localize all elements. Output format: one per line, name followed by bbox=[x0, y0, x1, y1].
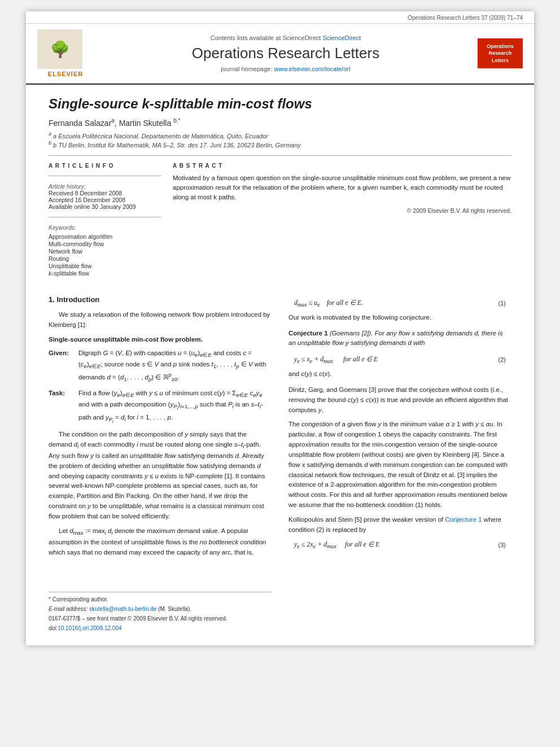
footnotes: * Corresponding author. E-mail address: … bbox=[49, 592, 272, 632]
page: Operations Research Letters 37 (2009) 71… bbox=[26, 11, 534, 645]
orl-logo-box: Operations Research Letters bbox=[478, 38, 523, 69]
equation-2-block: ye ≤ xe + dmax for all e ∈ E (2) bbox=[288, 354, 511, 366]
and-cy-text: and c(y) ≤ c(x). bbox=[288, 369, 511, 379]
body-section: 1. Introduction We study a relaxation of… bbox=[26, 289, 534, 645]
footnote-star: * Corresponding author. bbox=[49, 596, 272, 604]
divider-1 bbox=[49, 155, 511, 156]
abstract-title: A B S T R A C T bbox=[173, 163, 511, 169]
left-column: 1. Introduction We study a relaxation of… bbox=[49, 294, 272, 634]
given-content: Digraph G = (V, E) with capacities u = (… bbox=[78, 348, 272, 384]
elsevier-tree-icon: 🌳 bbox=[37, 29, 82, 69]
footnote-doi: doi:10.1016/j.orl.2008.12.004 bbox=[49, 624, 272, 632]
eq2-formula: ye ≤ xe + dmax for all e ∈ E bbox=[294, 354, 378, 366]
elsevier-brand-label: ELSEVIER bbox=[37, 71, 94, 77]
footnote-issn: 0167-6377/$ – see front matter © 2009 El… bbox=[49, 615, 272, 623]
congestion-para: The congestion of a given flow y is the … bbox=[288, 420, 511, 510]
given-label: Given: bbox=[49, 348, 74, 384]
affiliations: a a Escuela Politécnica Nacional, Depart… bbox=[49, 131, 511, 148]
authors: Fernanda Salazara, Martin Skutella b,* bbox=[49, 117, 511, 128]
motivated-para: Our work is motivated by the following c… bbox=[288, 313, 511, 323]
journal-ref: Operations Research Letters 37 (2009) 71… bbox=[26, 11, 534, 23]
conjecture-text: Conjecture 1 (Goemans [2]). For any flow… bbox=[288, 329, 511, 349]
article-info-title: A R T I C L E I N F O bbox=[49, 163, 161, 169]
footnote-email: E-mail address: skutella@math.tu-berlin.… bbox=[49, 605, 272, 613]
kolliopoulos-para: Kolliopoulos and Stein [5] prove the wea… bbox=[288, 515, 511, 535]
available-date: Available online 30 January 2009 bbox=[49, 203, 161, 210]
dinitz-para: Dinitz, Garg, and Goemans [3] prove that… bbox=[288, 385, 511, 415]
eq1-number: (1) bbox=[498, 299, 506, 308]
equation-3-block: ye ≤ 2xe + dmax for all e ∈ E (3) bbox=[288, 539, 511, 551]
sciencedirect-link[interactable]: ScienceDirect bbox=[322, 34, 361, 41]
journal-banner: 🌳 ELSEVIER Contents lists available at S… bbox=[26, 23, 534, 84]
keyword-2: Multi-commodity flow bbox=[49, 241, 161, 247]
orl-logo: Operations Research Letters bbox=[478, 38, 523, 69]
journal-center: Contents lists available at ScienceDirec… bbox=[105, 34, 466, 72]
received-date: Received 8 December 2008 bbox=[49, 190, 161, 196]
eq1-formula: dmax ≤ ue for all e ∈ E. bbox=[294, 298, 363, 309]
affiliation-a: a a Escuela Politécnica Nacional, Depart… bbox=[49, 131, 511, 139]
eq2-number: (2) bbox=[498, 355, 506, 365]
conjecture-1-block: Conjecture 1 (Goemans [2]). For any flow… bbox=[288, 327, 511, 350]
affiliation-b: b b TU Berlin, Institut für Mathematik, … bbox=[49, 140, 511, 148]
copyright: © 2009 Elsevier B.V. All rights reserved… bbox=[173, 207, 511, 214]
intro-para1: We study a relaxation of the following n… bbox=[49, 310, 272, 330]
journal-title: Operations Research Letters bbox=[105, 45, 466, 62]
problem-heading: Single-source unsplittable min-cost flow… bbox=[49, 335, 272, 345]
body-para2: The condition on the path decomposition … bbox=[49, 430, 272, 522]
keywords-label: Keywords: bbox=[49, 224, 161, 231]
article-title: Single-source k-splittable min-cost flow… bbox=[49, 96, 511, 112]
keyword-3: Network flow bbox=[49, 248, 161, 255]
article-info-abstract: A R T I C L E I N F O Article history: R… bbox=[49, 163, 511, 277]
history-label: Article history: bbox=[49, 183, 161, 190]
keyword-6: k-splittable flow bbox=[49, 270, 161, 277]
body-para3: Let dmax := maxi di denote the maximum d… bbox=[49, 526, 272, 558]
article-info-panel: A R T I C L E I N F O Article history: R… bbox=[49, 163, 161, 277]
divider-info bbox=[49, 176, 161, 176]
abstract-text: Motivated by a famous open question on t… bbox=[173, 173, 511, 203]
keywords-list: Approximation algorithm Multi-commodity … bbox=[49, 233, 161, 277]
abstract-section: A B S T R A C T Motivated by a famous op… bbox=[173, 163, 511, 277]
accepted-date: Accepted 16 December 2008 bbox=[49, 196, 161, 203]
eq3-formula: ye ≤ 2xe + dmax for all e ∈ E bbox=[294, 539, 379, 551]
right-column: dmax ≤ ue for all e ∈ E. (1) Our work is… bbox=[288, 294, 511, 634]
task-label: Task: bbox=[49, 388, 74, 425]
journal-header: Operations Research Letters 37 (2009) 71… bbox=[26, 11, 534, 85]
conjecture1-link[interactable]: Conjecture 1 bbox=[445, 516, 482, 523]
task-content: Find a flow (ye)e∈E with y ≤ u of minimu… bbox=[78, 388, 272, 425]
given-block: Given: Digraph G = (V, E) with capacitie… bbox=[49, 348, 272, 384]
task-block: Task: Find a flow (ye)e∈E with y ≤ u of … bbox=[49, 388, 272, 425]
doi-link[interactable]: 10.1016/j.orl.2008.12.004 bbox=[58, 625, 121, 631]
keyword-4: Routing bbox=[49, 255, 161, 262]
section-heading: 1. Introduction bbox=[49, 294, 272, 305]
sciencedirect-text: Contents lists available at ScienceDirec… bbox=[105, 34, 466, 41]
article-metadata: Single-source k-splittable min-cost flow… bbox=[26, 85, 534, 289]
body-two-col: 1. Introduction We study a relaxation of… bbox=[49, 294, 511, 634]
elsevier-logo: 🌳 ELSEVIER bbox=[37, 29, 94, 77]
keyword-1: Approximation algorithm bbox=[49, 233, 161, 240]
article-history: Article history: Received 8 December 200… bbox=[49, 183, 161, 210]
keyword-5: Unsplittable flow bbox=[49, 263, 161, 269]
email-link[interactable]: skutella@math.tu-berlin.de bbox=[89, 606, 156, 612]
conjecture-label: Conjecture 1 bbox=[288, 330, 328, 337]
equation-1-block: dmax ≤ ue for all e ∈ E. (1) bbox=[288, 298, 511, 309]
journal-homepage-link[interactable]: www.elsevier.com/locate/orl bbox=[274, 65, 351, 72]
divider-keywords bbox=[49, 217, 161, 217]
journal-homepage: journal homepage: www.elsevier.com/locat… bbox=[105, 65, 466, 72]
eq3-number: (3) bbox=[498, 540, 506, 550]
